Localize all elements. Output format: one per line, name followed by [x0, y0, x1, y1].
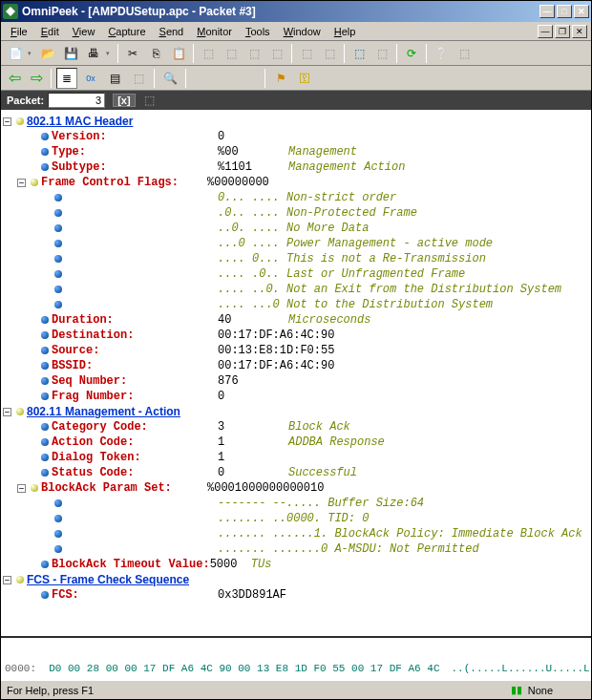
section-fcs[interactable]: FCS - Frame Check Sequence — [27, 573, 189, 586]
field-bullet-icon — [31, 179, 38, 186]
save-icon[interactable]: 💾 — [60, 43, 81, 64]
section-bullet-icon — [16, 576, 24, 583]
menu-monitor[interactable]: Monitor — [191, 24, 238, 39]
tool-c-icon[interactable]: ⬚ — [243, 43, 264, 64]
key-icon[interactable]: ⚿ — [294, 68, 315, 89]
bit-bullet-icon — [54, 286, 62, 293]
menu-send[interactable]: Send — [154, 24, 190, 39]
menu-window[interactable]: Window — [278, 24, 327, 39]
tool-e-icon[interactable]: ⬚ — [296, 43, 317, 64]
field-catcode-desc: Block Ack — [288, 420, 350, 434]
field-version-label: Version: — [52, 130, 218, 143]
zoom-icon[interactable]: 🔍 — [159, 68, 180, 89]
view-hex-icon[interactable]: 0x — [80, 68, 101, 89]
hex-pane[interactable]: 0000: D0 00 28 00 00 17 DF A6 4C 90 00 1… — [1, 636, 591, 680]
field-subtype-value: %1101 — [218, 160, 288, 174]
paste-icon[interactable]: 📋 — [168, 43, 189, 64]
tool-f-icon[interactable]: ⬚ — [319, 43, 340, 64]
field-duration-value: 40 — [218, 313, 288, 327]
bit-bullet-icon — [54, 545, 62, 553]
section-mgmt-action[interactable]: 802.11 Management - Action — [27, 405, 180, 418]
tool-h-icon[interactable]: ⬚ — [371, 43, 392, 64]
packet-header-bar: Packet: [x] ⬚ — [1, 91, 591, 110]
expander-fcs[interactable]: − — [3, 576, 11, 584]
packet-close-button[interactable]: [x] — [113, 94, 135, 107]
expander-mac[interactable]: − — [3, 117, 11, 126]
field-bullet-icon — [41, 469, 49, 477]
menu-view[interactable]: View — [67, 24, 101, 39]
field-catcode-value: 3 — [218, 420, 288, 434]
menu-file[interactable]: File — [5, 24, 33, 39]
mdi-restore[interactable]: ❐ — [555, 25, 570, 38]
maximize-button[interactable]: □ — [557, 5, 572, 18]
bit-value: 0... .... Non-strict order — [218, 191, 396, 204]
refresh-icon[interactable]: ⟳ — [401, 43, 422, 64]
field-bullet-icon — [41, 591, 49, 599]
hex-ascii: ..(.....L......U.....L — [452, 663, 590, 674]
bit-value: ....... ..0000. TID: 0 — [218, 512, 369, 525]
bit-bullet-icon — [54, 255, 62, 263]
tool-b-icon[interactable]: ⬚ — [221, 43, 242, 64]
expander-fcf[interactable]: − — [17, 179, 26, 187]
menu-edit[interactable]: Edit — [35, 24, 65, 39]
field-duration-desc: Microseconds — [288, 313, 370, 327]
section-bullet-icon — [16, 408, 24, 415]
expander-mgmt[interactable]: − — [3, 408, 11, 416]
flag-icon[interactable]: ⚑ — [270, 68, 291, 89]
tool-a-icon[interactable]: ⬚ — [198, 43, 219, 64]
help-icon[interactable]: ❔ — [431, 43, 452, 64]
status-help-text: For Help, press F1 — [7, 685, 503, 696]
field-source-value: 00:13:E8:1D:F0:55 — [218, 344, 334, 357]
field-fcf-value: %00000000 — [207, 176, 269, 189]
mdi-minimize[interactable]: — — [538, 25, 553, 38]
bit-bullet-icon — [54, 515, 62, 522]
back-icon[interactable]: ⇦ — [5, 69, 24, 88]
cut-icon[interactable]: ✂ — [122, 43, 143, 64]
nav-toolbar: ⇦ ⇨ ≣ 0x ▤ ⬚ 🔍 ⬚ ⬚ ⬚ ⚑ ⚿ — [1, 66, 591, 91]
bit-bullet-icon — [54, 240, 62, 247]
tool-g-icon[interactable]: ⬚ — [349, 43, 370, 64]
bit-bullet-icon — [54, 194, 62, 202]
mdi-close[interactable]: ✕ — [572, 25, 587, 38]
field-bullet-icon — [31, 484, 38, 492]
nav-c-icon[interactable]: ⬚ — [239, 68, 260, 89]
menu-help[interactable]: Help — [328, 24, 362, 39]
nav-b-icon[interactable]: ⬚ — [215, 68, 236, 89]
open-icon[interactable]: 📂 — [37, 43, 58, 64]
bit-bullet-icon — [54, 224, 62, 232]
bit-value: ..0. .... No More Data — [218, 222, 369, 235]
bit-value: .... ...0 Not to the Distribution System — [218, 298, 493, 311]
view-list-icon[interactable]: ≣ — [56, 68, 77, 89]
decode-tree[interactable]: − 802.11 MAC Header Version: 0 Type: %00… — [1, 110, 591, 636]
field-actcode-value: 1 — [218, 435, 288, 449]
nav-a-icon[interactable]: ⬚ — [191, 68, 212, 89]
minimize-button[interactable]: — — [539, 5, 555, 18]
close-button[interactable]: ✕ — [574, 5, 589, 18]
bit-value: .... .0.. Last or Unfragmented Frame — [218, 267, 465, 281]
view-tree-icon[interactable]: ▤ — [104, 68, 125, 89]
field-bullet-icon — [41, 377, 49, 385]
tool-d-icon[interactable]: ⬚ — [266, 43, 287, 64]
bit-value: ------- --..... Buffer Size:64 — [218, 497, 424, 510]
title-bar: OmniPeek - [AMPDUSetup.apc - Packet #3] … — [1, 1, 591, 22]
print-icon[interactable]: 🖶 — [83, 43, 104, 64]
copy-icon[interactable]: ⎘ — [145, 43, 166, 64]
packet-number-input[interactable] — [48, 93, 105, 108]
field-subtype-label: Subtype: — [52, 160, 218, 174]
field-bullet-icon — [41, 163, 49, 171]
forward-icon[interactable]: ⇨ — [27, 69, 46, 88]
menu-capture[interactable]: Capture — [102, 24, 151, 39]
field-actcode-label: Action Code: — [52, 435, 218, 449]
new-icon[interactable]: 📄 — [5, 43, 26, 64]
tool-i-icon[interactable]: ⬚ — [454, 43, 475, 64]
field-bullet-icon — [41, 362, 49, 370]
bit-bullet-icon — [54, 270, 62, 278]
section-mac-header[interactable]: 802.11 MAC Header — [27, 115, 133, 128]
field-type-value: %00 — [218, 145, 288, 159]
packet-opt-icon[interactable]: ⬚ — [139, 90, 160, 111]
field-subtype-desc: Management Action — [288, 160, 405, 174]
menu-tools[interactable]: Tools — [240, 24, 276, 39]
view-opt-icon[interactable]: ⬚ — [128, 68, 149, 89]
app-icon — [3, 4, 18, 19]
expander-baps[interactable]: − — [17, 484, 26, 493]
